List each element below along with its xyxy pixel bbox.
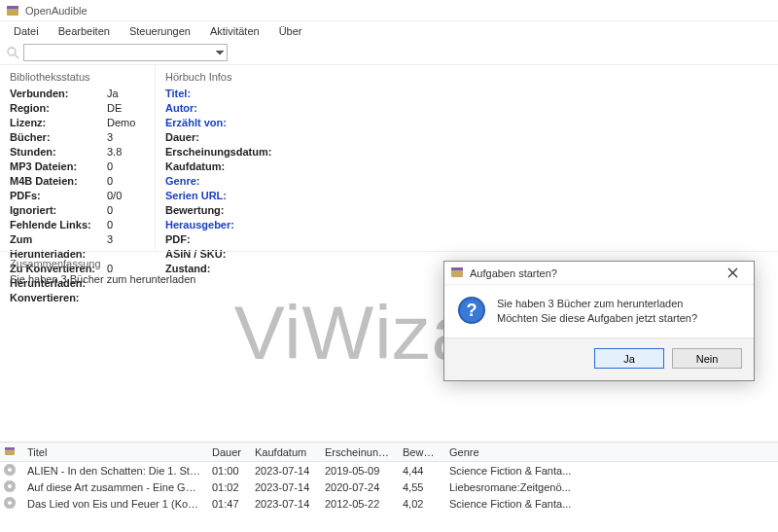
info-key: Herausgeber: bbox=[165, 218, 292, 232]
status-key: Verbunden: bbox=[10, 87, 107, 101]
status-key[interactable]: MP3 Dateien: bbox=[10, 160, 107, 174]
cell-purchase-date: 2023-07-14 bbox=[249, 498, 319, 510]
info-key: Dauer: bbox=[165, 130, 292, 145]
th-release-date[interactable]: Erscheinung... bbox=[319, 446, 397, 458]
status-value: 3 bbox=[107, 130, 113, 145]
info-key: Serien URL: bbox=[165, 189, 292, 203]
yes-button[interactable]: Ja bbox=[594, 348, 664, 369]
library-status-panel: Bibliotheksstatus Verbunden:JaRegion:DEL… bbox=[0, 65, 156, 251]
info-row: Titel: bbox=[165, 87, 768, 101]
status-key: Region: bbox=[10, 101, 107, 116]
table-header-icon[interactable] bbox=[4, 445, 21, 459]
status-row: Verbunden:Ja bbox=[10, 87, 145, 101]
table-row[interactable]: Auf diese Art zusammen - Eine Geschichte… bbox=[0, 479, 778, 495]
status-row: Fehlende Links:0 bbox=[10, 218, 145, 232]
menu-file[interactable]: Datei bbox=[6, 23, 47, 39]
audiobook-info-title: Hörbuch Infos bbox=[165, 71, 768, 83]
status-row: Ignoriert:0 bbox=[10, 203, 145, 218]
dialog-app-icon bbox=[450, 266, 464, 281]
info-key: PDF: bbox=[165, 232, 292, 247]
disc-icon bbox=[4, 464, 16, 476]
info-key: Erscheinungsdatum: bbox=[165, 145, 292, 160]
table-row[interactable]: ALIEN - In den Schatten: Die 1. Staffel … bbox=[0, 462, 778, 479]
search-row bbox=[0, 41, 778, 64]
menu-controls[interactable]: Steuerungen bbox=[122, 23, 198, 39]
menu-edit[interactable]: Bearbeiten bbox=[51, 23, 118, 39]
info-row: PDF: bbox=[165, 232, 768, 247]
status-row: Bücher:3 bbox=[10, 130, 145, 145]
status-value: DE bbox=[107, 101, 122, 116]
table-header: Titel Dauer Kaufdatum Erscheinung... Bew… bbox=[0, 443, 778, 462]
status-value[interactable]: Demo bbox=[107, 116, 135, 130]
dialog-close-button[interactable] bbox=[715, 264, 750, 283]
status-key: Lizenz: bbox=[10, 116, 107, 130]
menu-bar: Datei Bearbeiten Steuerungen Aktivitäten… bbox=[0, 21, 778, 41]
th-duration[interactable]: Dauer bbox=[206, 446, 249, 458]
dialog-text: Sie haben 3 Bücher zum herunterladen Möc… bbox=[497, 297, 697, 326]
search-icon bbox=[6, 46, 19, 59]
info-row: Herausgeber: bbox=[165, 218, 768, 232]
status-row: M4B Dateien:0 bbox=[10, 174, 145, 189]
cell-genre: Liebesromane:Zeitgenö... bbox=[443, 481, 599, 493]
book-table: Titel Dauer Kaufdatum Erscheinung... Bew… bbox=[0, 442, 778, 512]
status-key[interactable]: M4B Dateien: bbox=[10, 174, 107, 189]
row-icon-cell bbox=[4, 497, 21, 511]
svg-rect-1 bbox=[7, 6, 18, 9]
disc-icon bbox=[4, 497, 16, 509]
cell-release-date: 2012-05-22 bbox=[319, 498, 397, 510]
svg-rect-5 bbox=[5, 447, 15, 450]
search-input[interactable] bbox=[23, 44, 228, 61]
cell-purchase-date: 2023-07-14 bbox=[249, 465, 319, 477]
menu-activities[interactable]: Aktivitäten bbox=[202, 23, 267, 39]
th-title[interactable]: Titel bbox=[21, 446, 206, 458]
row-icon-cell bbox=[4, 464, 21, 478]
info-key: Titel: bbox=[165, 87, 292, 101]
cell-rating: 4,55 bbox=[397, 481, 443, 493]
info-row: Serien URL: bbox=[165, 189, 768, 203]
library-status-title: Bibliotheksstatus bbox=[10, 71, 145, 83]
info-key: Erzählt von: bbox=[165, 116, 292, 130]
dialog-titlebar[interactable]: Aufgaben starten? bbox=[444, 262, 754, 285]
status-key[interactable]: PDFs: bbox=[10, 189, 107, 203]
dialog-buttons: Ja Nein bbox=[444, 337, 754, 380]
cell-rating: 4,44 bbox=[397, 465, 443, 477]
info-row: Genre: bbox=[165, 174, 768, 189]
start-tasks-dialog: Aufgaben starten? ? Sie haben 3 Bücher z… bbox=[443, 261, 755, 381]
table-row[interactable]: Das Lied von Eis und Feuer 1 (Kostenlose… bbox=[0, 495, 778, 512]
cell-title: Das Lied von Eis und Feuer 1 (Kostenlose… bbox=[21, 498, 206, 510]
th-rating[interactable]: Bewe... bbox=[397, 446, 443, 458]
cell-purchase-date: 2023-07-14 bbox=[249, 481, 319, 493]
svg-rect-7 bbox=[451, 267, 463, 270]
no-button[interactable]: Nein bbox=[672, 348, 742, 369]
th-purchase-date[interactable]: Kaufdatum bbox=[249, 446, 319, 458]
dialog-body: ? Sie haben 3 Bücher zum herunterladen M… bbox=[444, 285, 754, 337]
info-key: Autor: bbox=[165, 101, 292, 116]
info-row: Kaufdatum: bbox=[165, 160, 768, 174]
cell-rating: 4,02 bbox=[397, 498, 443, 510]
status-value: 0 bbox=[107, 203, 113, 218]
info-key: Bewertung: bbox=[165, 203, 292, 218]
question-icon: ? bbox=[458, 297, 485, 324]
status-value: 0 bbox=[107, 174, 113, 189]
info-row: Bewertung: bbox=[165, 203, 768, 218]
svg-point-2 bbox=[8, 48, 16, 55]
disc-icon bbox=[4, 480, 16, 492]
cell-duration: 01:02 bbox=[206, 481, 249, 493]
info-row: Dauer: bbox=[165, 130, 768, 145]
cell-duration: 01:00 bbox=[206, 465, 249, 477]
cell-title: Auf diese Art zusammen - Eine Geschichte… bbox=[21, 481, 206, 493]
status-value: Ja bbox=[107, 87, 119, 101]
app-icon bbox=[6, 4, 19, 18]
status-key[interactable]: Ignoriert: bbox=[10, 203, 107, 218]
info-row: Erzählt von: bbox=[165, 116, 768, 130]
cell-genre: Science Fiction & Fanta... bbox=[443, 465, 599, 477]
menu-about[interactable]: Über bbox=[271, 23, 310, 39]
th-genre[interactable]: Genre bbox=[443, 446, 599, 458]
audiobook-info-panel: Hörbuch Infos Titel:Autor:Erzählt von:Da… bbox=[156, 65, 778, 251]
status-key[interactable]: Fehlende Links: bbox=[10, 218, 107, 232]
cell-duration: 01:47 bbox=[206, 498, 249, 510]
status-row: Stunden:3.8 bbox=[10, 145, 145, 160]
cell-genre: Science Fiction & Fanta... bbox=[443, 498, 599, 510]
status-value: 0/0 bbox=[107, 189, 122, 203]
status-key: Stunden: bbox=[10, 145, 107, 160]
